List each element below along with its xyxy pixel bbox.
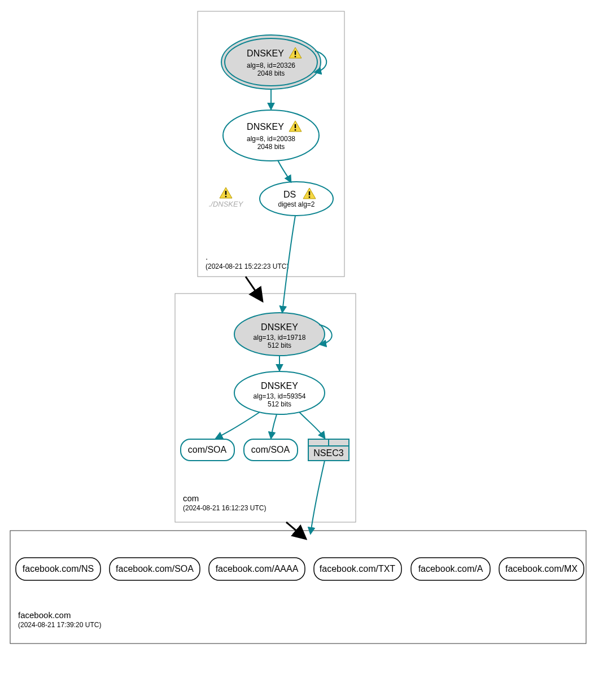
node-com-nsec3: NSEC3 xyxy=(308,439,349,461)
svg-text:facebook.com/TXT: facebook.com/TXT xyxy=(320,564,396,574)
svg-text:alg=13, id=59354: alg=13, id=59354 xyxy=(254,392,306,400)
svg-text:DNSKEY: DNSKEY xyxy=(261,322,298,332)
node-fb-txt: facebook.com/TXT xyxy=(314,558,401,580)
node-root-dnskey-gray: ./DNSKEY xyxy=(209,187,244,208)
edge-com-zsk-soa1 xyxy=(216,412,260,438)
edge-nsec3-to-fb xyxy=(311,461,325,533)
svg-text:./DNSKEY: ./DNSKEY xyxy=(209,200,244,208)
dnssec-graph: . (2024-08-21 15:22:23 UTC) DNSKEY alg=8… xyxy=(6,6,610,668)
node-fb-aaaa: facebook.com/AAAA xyxy=(209,558,305,580)
edge-com-to-fb-black xyxy=(286,522,302,535)
warning-icon xyxy=(220,187,232,198)
zone-root-ts: (2024-08-21 15:22:23 UTC) xyxy=(206,262,289,270)
node-root-ksk: DNSKEY alg=8, id=20326 2048 bits xyxy=(221,35,321,89)
svg-text:facebook.com/A: facebook.com/A xyxy=(418,564,483,574)
svg-text:2048 bits: 2048 bits xyxy=(257,143,285,151)
svg-text:facebook.com/AAAA: facebook.com/AAAA xyxy=(216,564,299,574)
node-com-zsk: DNSKEY alg=13, id=59354 512 bits xyxy=(234,371,325,414)
svg-text:digest alg=2: digest alg=2 xyxy=(278,200,314,208)
svg-text:com/SOA: com/SOA xyxy=(188,445,227,454)
svg-text:DNSKEY: DNSKEY xyxy=(247,122,284,132)
edge-root-zsk-ds xyxy=(278,160,291,182)
node-root-ds: DS digest alg=2 xyxy=(260,182,333,216)
zone-fb-ts: (2024-08-21 17:39:20 UTC) xyxy=(18,621,101,629)
svg-text:facebook.com/SOA: facebook.com/SOA xyxy=(116,564,194,574)
svg-text:512 bits: 512 bits xyxy=(268,342,291,349)
svg-point-13 xyxy=(260,182,333,216)
zone-com-ts: (2024-08-21 16:12:23 UTC) xyxy=(183,504,266,512)
node-com-soa1: com/SOA xyxy=(181,439,234,461)
svg-text:DNSKEY: DNSKEY xyxy=(247,49,284,58)
svg-text:alg=8, id=20038: alg=8, id=20038 xyxy=(247,135,295,143)
svg-text:facebook.com/NS: facebook.com/NS xyxy=(23,564,94,574)
node-fb-mx: facebook.com/MX xyxy=(499,558,584,580)
edge-com-zsk-nsec3 xyxy=(299,412,325,438)
svg-text:2048 bits: 2048 bits xyxy=(257,69,285,77)
zone-fb-name: facebook.com xyxy=(18,610,71,620)
svg-text:com/SOA: com/SOA xyxy=(251,445,290,454)
svg-text:DS: DS xyxy=(283,190,296,199)
zone-root-name: . xyxy=(206,252,208,261)
node-fb-ns: facebook.com/NS xyxy=(16,558,101,580)
svg-text:alg=8, id=20326: alg=8, id=20326 xyxy=(247,62,295,69)
svg-text:DNSKEY: DNSKEY xyxy=(261,381,298,391)
node-com-soa2: com/SOA xyxy=(244,439,298,461)
node-com-ksk: DNSKEY alg=13, id=19718 512 bits xyxy=(234,313,325,356)
svg-text:512 bits: 512 bits xyxy=(268,400,291,408)
svg-text:facebook.com/MX: facebook.com/MX xyxy=(505,564,578,574)
svg-text:NSEC3: NSEC3 xyxy=(313,448,343,458)
edge-com-zsk-soa2 xyxy=(271,414,277,438)
node-fb-a: facebook.com/A xyxy=(411,558,490,580)
svg-text:alg=13, id=19718: alg=13, id=19718 xyxy=(254,334,306,342)
zone-com-name: com xyxy=(183,493,199,503)
node-fb-soa: facebook.com/SOA xyxy=(110,558,200,580)
node-root-zsk: DNSKEY alg=8, id=20038 2048 bits xyxy=(223,110,319,161)
